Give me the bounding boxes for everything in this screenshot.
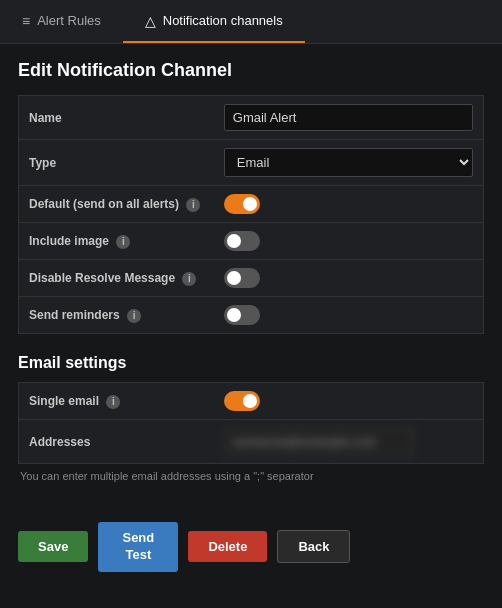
include-image-info-icon[interactable]: i (116, 235, 130, 249)
page-title: Edit Notification Channel (18, 60, 484, 81)
include-image-value-cell (214, 223, 484, 260)
send-reminders-info-icon[interactable]: i (127, 309, 141, 323)
send-test-button[interactable]: Send Test (98, 522, 178, 572)
type-row: Type Email Slack PagerDuty Webhook (19, 140, 484, 186)
disable-resolve-slider (224, 268, 260, 288)
send-reminders-label: Send reminders i (19, 297, 214, 334)
name-label: Name (19, 96, 214, 140)
addresses-label: Addresses (19, 420, 214, 464)
send-reminders-value-cell (214, 297, 484, 334)
default-row: Default (send on all alerts) i (19, 186, 484, 223)
addresses-hint: You can enter multiple email addresses u… (18, 470, 484, 482)
main-content: Edit Notification Channel Name Type Emai… (0, 44, 502, 512)
addresses-row: Addresses (19, 420, 484, 464)
include-image-toggle-wrap (224, 231, 473, 251)
single-email-value-cell (214, 383, 484, 420)
single-email-toggle-wrap (224, 391, 473, 411)
save-button[interactable]: Save (18, 531, 88, 562)
disable-resolve-value-cell (214, 260, 484, 297)
tab-notification-channels[interactable]: △ Notification channels (123, 0, 305, 43)
send-reminders-row: Send reminders i (19, 297, 484, 334)
addresses-value-cell (214, 420, 484, 464)
include-image-toggle[interactable] (224, 231, 260, 251)
email-settings-title: Email settings (18, 354, 484, 372)
tab-alert-rules[interactable]: ≡ Alert Rules (0, 0, 123, 43)
include-image-row: Include image i (19, 223, 484, 260)
channel-form-table: Name Type Email Slack PagerDuty Webhook … (18, 95, 484, 334)
default-toggle-wrap (224, 194, 473, 214)
addresses-blur-wrap (224, 428, 473, 455)
name-input[interactable] (224, 104, 473, 131)
send-reminders-toggle[interactable] (224, 305, 260, 325)
type-select[interactable]: Email Slack PagerDuty Webhook (224, 148, 473, 177)
disable-resolve-toggle-wrap (224, 268, 473, 288)
single-email-slider (224, 391, 260, 411)
tab-notification-channels-label: Notification channels (163, 13, 283, 28)
send-test-line2: Test (125, 547, 151, 562)
default-info-icon[interactable]: i (186, 198, 200, 212)
send-reminders-toggle-wrap (224, 305, 473, 325)
single-email-row: Single email i (19, 383, 484, 420)
disable-resolve-label: Disable Resolve Message i (19, 260, 214, 297)
disable-resolve-info-icon[interactable]: i (182, 272, 196, 286)
addresses-input[interactable] (224, 428, 414, 455)
button-bar: Save Send Test Delete Back (0, 512, 502, 582)
name-row: Name (19, 96, 484, 140)
back-button[interactable]: Back (277, 530, 350, 563)
default-value-cell (214, 186, 484, 223)
tab-bar: ≡ Alert Rules △ Notification channels (0, 0, 502, 44)
tab-alert-rules-label: Alert Rules (37, 13, 101, 28)
disable-resolve-toggle[interactable] (224, 268, 260, 288)
email-settings-table: Single email i Addresses (18, 382, 484, 464)
notification-channels-icon: △ (145, 13, 156, 29)
disable-resolve-row: Disable Resolve Message i (19, 260, 484, 297)
send-reminders-slider (224, 305, 260, 325)
type-label: Type (19, 140, 214, 186)
send-test-line1: Send (122, 530, 154, 545)
default-label: Default (send on all alerts) i (19, 186, 214, 223)
single-email-toggle[interactable] (224, 391, 260, 411)
default-slider (224, 194, 260, 214)
default-toggle[interactable] (224, 194, 260, 214)
single-email-info-icon[interactable]: i (106, 395, 120, 409)
type-value-cell: Email Slack PagerDuty Webhook (214, 140, 484, 186)
include-image-label: Include image i (19, 223, 214, 260)
alert-rules-icon: ≡ (22, 13, 30, 29)
delete-button[interactable]: Delete (188, 531, 267, 562)
include-image-slider (224, 231, 260, 251)
single-email-label: Single email i (19, 383, 214, 420)
name-value-cell (214, 96, 484, 140)
